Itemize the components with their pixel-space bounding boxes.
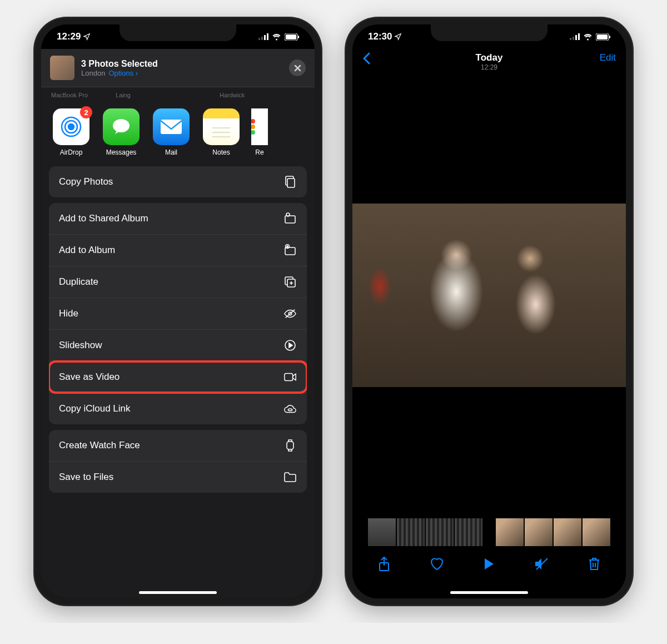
airdrop-device[interactable]: MacBook Pro	[51, 92, 88, 98]
selection-thumbnail	[50, 56, 74, 80]
folder-icon	[283, 470, 297, 484]
home-indicator[interactable]	[139, 591, 217, 594]
airdrop-device[interactable]: Laing	[116, 92, 131, 98]
app-messages[interactable]: Messages	[101, 108, 141, 156]
badge: 2	[80, 106, 92, 118]
play-icon	[484, 557, 495, 571]
message-icon	[110, 116, 132, 138]
svg-point-16	[251, 125, 255, 129]
svg-rect-30	[570, 38, 571, 40]
thumbnail[interactable]	[368, 518, 396, 546]
action-add-to-album[interactable]: Add to Album	[49, 235, 307, 266]
edit-button[interactable]: Edit	[588, 52, 616, 63]
action-save-to-files[interactable]: Save to Files	[49, 462, 307, 493]
action-duplicate[interactable]: Duplicate	[49, 266, 307, 298]
chevron-left-icon	[362, 52, 370, 65]
delete-button[interactable]	[588, 557, 600, 571]
svg-rect-36	[609, 36, 610, 38]
svg-rect-35	[597, 34, 608, 39]
mail-icon	[160, 118, 183, 135]
action-label: Save as Video	[59, 371, 120, 383]
action-add-shared-album[interactable]: Add to Shared Album	[49, 203, 307, 235]
copy-icon	[283, 175, 297, 189]
close-button[interactable]	[289, 60, 306, 76]
svg-rect-5	[286, 34, 296, 39]
notes-icon	[210, 123, 232, 140]
phone-left: 12:29 3 Photos Selected London Options ›	[33, 17, 322, 606]
action-copy-icloud-link[interactable]: Copy iCloud Link	[49, 393, 307, 424]
svg-rect-1	[261, 37, 263, 40]
cloud-link-icon	[283, 402, 297, 415]
trash-icon	[588, 557, 600, 571]
watch-icon	[283, 439, 297, 452]
svg-rect-3	[267, 33, 268, 40]
action-label: Create Watch Face	[59, 440, 140, 451]
current-photo	[352, 204, 626, 387]
back-button[interactable]	[362, 52, 390, 67]
airdrop-device[interactable]: Hardwick	[220, 92, 245, 98]
status-indicators	[258, 33, 299, 41]
play-circle-icon	[283, 339, 297, 352]
thumbnail[interactable]	[554, 518, 581, 546]
app-mail[interactable]: Mail	[151, 108, 191, 156]
app-label: AirDrop	[60, 148, 83, 156]
thumbnail[interactable]	[525, 518, 552, 546]
action-copy-photos[interactable]: Copy Photos	[49, 166, 307, 197]
app-label: Mail	[165, 148, 177, 156]
svg-rect-27	[285, 374, 293, 381]
photo-viewer: Today 12:29 Edit	[352, 49, 626, 598]
action-label: Copy Photos	[59, 176, 113, 187]
svg-point-17	[251, 130, 255, 135]
favorite-button[interactable]	[430, 557, 444, 571]
airdrop-devices: MacBook Pro Laing Hardwick	[41, 87, 315, 102]
svg-rect-6	[298, 36, 299, 38]
wifi-icon	[272, 33, 281, 41]
action-label: Add to Album	[59, 245, 115, 256]
app-notes[interactable]: Notes	[201, 108, 241, 156]
subtitle: 12:29	[390, 63, 588, 71]
action-label: Save to Files	[59, 472, 113, 483]
thumbnail[interactable]	[397, 518, 425, 546]
location-icon	[394, 33, 402, 41]
speaker-muted-icon	[534, 557, 549, 571]
svg-rect-18	[287, 179, 295, 187]
mute-button[interactable]	[534, 557, 549, 571]
thumbnail[interactable]	[583, 518, 610, 546]
close-icon	[294, 65, 301, 72]
action-save-as-video[interactable]: Save as Video	[49, 361, 307, 393]
status-time: 12:29	[57, 31, 81, 42]
thumbnail[interactable]	[455, 518, 482, 546]
action-hide[interactable]: Hide	[49, 298, 307, 330]
thumbnail[interactable]	[496, 518, 524, 546]
app-label: Notes	[212, 148, 230, 156]
sheet-header: 3 Photos Selected London Options ›	[41, 49, 315, 87]
status-time: 12:30	[368, 31, 392, 42]
notch	[120, 24, 236, 41]
app-airdrop[interactable]: 2 AirDrop	[51, 108, 91, 156]
battery-icon	[596, 33, 610, 41]
svg-rect-19	[285, 216, 295, 223]
title: Today	[390, 52, 588, 63]
home-indicator[interactable]	[450, 591, 528, 594]
share-apps-row[interactable]: 2 AirDrop Messages Mail	[41, 102, 315, 166]
app-reminders[interactable]: Re	[251, 108, 268, 156]
app-label: Re	[255, 148, 263, 156]
action-slideshow[interactable]: Slideshow	[49, 330, 307, 361]
photo-area[interactable]	[352, 75, 626, 516]
svg-rect-0	[258, 38, 260, 40]
svg-point-7	[68, 124, 74, 130]
svg-point-28	[288, 409, 292, 411]
play-button[interactable]	[484, 557, 495, 571]
action-label: Hide	[59, 308, 78, 319]
film-strip[interactable]	[352, 516, 626, 548]
share-icon	[378, 556, 390, 572]
location-label: London	[81, 69, 105, 77]
action-create-watch-face[interactable]: Create Watch Face	[49, 430, 307, 462]
svg-rect-2	[264, 35, 266, 40]
options-button[interactable]: Options ›	[108, 69, 138, 77]
status-indicators	[570, 33, 610, 41]
share-button[interactable]	[378, 556, 390, 572]
thumbnail[interactable]	[426, 518, 454, 546]
airdrop-icon	[59, 115, 83, 139]
actions-list[interactable]: Copy Photos Add to Shared Album Add to A…	[41, 166, 315, 498]
